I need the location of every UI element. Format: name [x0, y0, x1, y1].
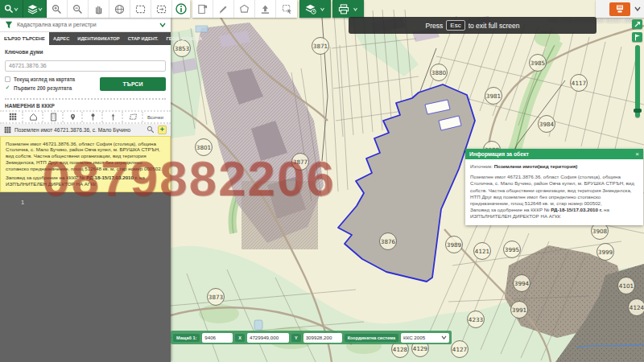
filter-units-button[interactable]: [45, 112, 64, 122]
extent-rectangle-icon: [135, 5, 146, 14]
filter-buildings-button[interactable]: [25, 112, 43, 122]
filter-parcels-button[interactable]: [5, 112, 23, 122]
popup-source: Източник: Поземлени имоти(вид територия): [470, 163, 638, 170]
first-200-option[interactable]: ✓ Първите 200 резултата: [5, 84, 100, 93]
zoom-to-result-icon[interactable]: [147, 125, 155, 134]
search-submit-button[interactable]: ТЪРСИ: [100, 77, 166, 91]
popup-title: Информация за обект: [469, 151, 635, 157]
popup-order: Заповед за одобрение на КККР № РД-18-15/…: [470, 207, 638, 220]
nav-tool-group: [0, 0, 190, 18]
svg-text:3908: 3908: [592, 228, 608, 235]
svg-text:3801: 3801: [196, 144, 211, 151]
zoom-out-button[interactable]: [68, 0, 89, 18]
survey-point-icon: [109, 113, 117, 121]
checkbox-checked[interactable]: ✓: [5, 85, 10, 91]
keywords-input[interactable]: [5, 60, 166, 72]
parcel-label-4233: 4233: [468, 311, 485, 328]
result-detail-box: Поземлен имот 46721.3876.36, област Софи…: [0, 136, 171, 192]
parcel-label-4127: 4127: [452, 341, 469, 358]
tab-geodetic[interactable]: ГЕОД. ОСНОВА: [162, 32, 205, 45]
filter-geodetic-button[interactable]: [105, 112, 123, 122]
select-region-icon: [282, 4, 292, 14]
tab-quick-search[interactable]: БЪРЗО ТЪРСЕНЕ: [0, 32, 49, 45]
flag-icon: [634, 34, 641, 41]
grid-icon: [4, 126, 11, 134]
history-layers-menu-button[interactable]: [299, 0, 331, 18]
parcel-label-3991: 3991: [511, 302, 528, 319]
draw-polygon-button[interactable]: [234, 0, 255, 18]
bookmark-page-icon: [197, 4, 208, 14]
zoom-slider-handle[interactable]: [634, 109, 642, 113]
legend-button[interactable]: [609, 2, 630, 16]
svg-text:3877: 3877: [293, 158, 308, 166]
parcel-label-3908: 3908: [592, 223, 609, 240]
crs-label: Координатна система: [345, 334, 398, 342]
chevron-down-icon: [38, 7, 43, 11]
current-view-option[interactable]: Текущ изглед на картата: [5, 75, 100, 84]
svg-text:3994: 3994: [514, 280, 530, 287]
esc-keycap: Esc: [446, 20, 464, 31]
svg-text:4128: 4128: [393, 346, 408, 353]
tab-old-ident[interactable]: СТАР ИДЕНТ.: [124, 32, 163, 45]
checkbox-unchecked[interactable]: [5, 76, 10, 82]
svg-text:4121: 4121: [475, 248, 489, 255]
info-button[interactable]: [172, 0, 190, 18]
search-icon: [4, 4, 14, 14]
service-select[interactable]: Кадастрална карта и регистри: [0, 18, 171, 32]
close-icon[interactable]: ×: [635, 150, 639, 158]
extent-select-button[interactable]: [130, 0, 151, 18]
bookmark-button[interactable]: [192, 0, 213, 18]
cadastral-map-app: 3853387138803985398141173984398838773801…: [0, 0, 644, 362]
chevron-down-icon[interactable]: [634, 6, 641, 11]
object-info-popup: Информация за обект × Източник: Поземлен…: [465, 149, 643, 225]
filter-all-link[interactable]: Всички: [145, 114, 166, 120]
zoom-slider[interactable]: [635, 45, 640, 117]
filter-landmarks-button[interactable]: [85, 112, 103, 122]
result-detail-text: Поземлен имот 46721.3876.36, област Софи…: [6, 141, 165, 172]
pan-button[interactable]: [89, 0, 109, 18]
x-coordinate-input[interactable]: [247, 333, 289, 343]
result-item[interactable]: Поземлен имот 46721.3876.36, с. Мало Буч…: [0, 124, 171, 136]
previous-extent-button[interactable]: [151, 0, 172, 18]
pagination-page-1[interactable]: 1: [21, 199, 171, 206]
parcel-label-3880: 3880: [431, 64, 448, 81]
popup-body: Източник: Поземлени имоти(вид територия)…: [465, 159, 643, 225]
previous-extent-icon: [156, 5, 167, 14]
y-coordinate-input[interactable]: [303, 333, 342, 343]
zoom-in-button[interactable]: [47, 0, 68, 18]
flag-marker-button[interactable]: [632, 32, 642, 42]
popup-header[interactable]: Информация за обект ×: [465, 149, 643, 159]
lamp-icon: [89, 113, 97, 121]
house-icon: [29, 113, 38, 121]
globe-icon: [114, 4, 125, 14]
svg-text:3985: 3985: [530, 60, 545, 67]
tab-identifier[interactable]: ИДЕНТИФИКАТОР: [73, 32, 123, 45]
popup-description: Поземлен имот 46721.3876.36, област Софи…: [470, 174, 638, 207]
parcel-label-3981: 3981: [485, 88, 502, 105]
open-link-button[interactable]: [632, 19, 642, 29]
result-order-text: Заповед за одобрение на КККР № РД-18-15/…: [6, 175, 165, 187]
map-side-tools: [632, 19, 642, 117]
full-extent-button[interactable]: [109, 0, 130, 18]
scale-input[interactable]: [202, 333, 233, 343]
parcel-label-3985: 3985: [530, 55, 547, 72]
result-item-title: Поземлен имот 46721.3876.36, с. Мало Буч…: [14, 127, 143, 133]
filter-points-button[interactable]: [65, 112, 84, 122]
zoom-in-icon: [52, 4, 62, 14]
search-button[interactable]: [0, 0, 23, 18]
crs-select[interactable]: ККС 2005: [401, 333, 449, 343]
external-link-icon: [634, 21, 641, 27]
add-result-button[interactable]: +: [158, 125, 167, 134]
select-region-button[interactable]: [276, 0, 297, 18]
svg-text:3880: 3880: [431, 69, 447, 76]
upload-button[interactable]: [255, 0, 276, 18]
layers-button[interactable]: [23, 0, 47, 18]
pan-hand-icon: [93, 4, 104, 14]
svg-text:4129: 4129: [413, 345, 428, 352]
parcel-label-3984: 3984: [539, 116, 555, 133]
svg-text:3999: 3999: [598, 249, 613, 256]
filter-zones-button[interactable]: [125, 112, 143, 122]
tab-address[interactable]: АДРЕС: [49, 32, 73, 45]
measure-button[interactable]: [213, 0, 234, 18]
print-menu-button[interactable]: [332, 0, 364, 18]
